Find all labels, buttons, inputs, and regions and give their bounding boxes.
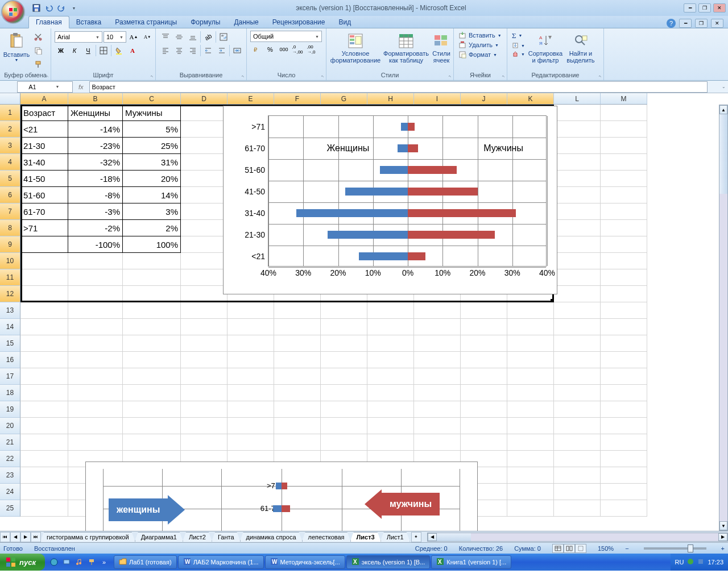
cell-G21[interactable] [321,434,367,451]
cell-H18[interactable] [367,385,414,401]
cell-D20[interactable] [181,418,228,434]
cell-L7[interactable] [554,203,601,220]
cell-F17[interactable] [274,368,321,385]
fill-button[interactable]: ▼ [511,41,526,49]
row-header-10[interactable]: 10 [0,253,20,269]
cell-M5[interactable] [601,171,647,187]
cell-M13[interactable] [601,302,647,319]
row-header-12[interactable]: 12 [0,286,20,302]
cell-C7[interactable]: 3% [123,203,181,220]
col-header-G[interactable]: G [321,93,367,105]
align-right-button[interactable] [187,44,199,57]
cell-C6[interactable]: 14% [123,187,181,203]
align-middle-button[interactable] [173,31,185,43]
row-header-8[interactable]: 8 [0,220,20,236]
cell-B16[interactable] [68,352,123,368]
cell-G14[interactable] [321,319,367,335]
cell-C18[interactable] [123,385,181,401]
cell-E18[interactable] [228,385,274,401]
cell-B6[interactable]: -8% [68,187,123,203]
cell-K16[interactable] [507,352,554,368]
cell-I21[interactable] [414,434,461,451]
cell-B18[interactable] [68,385,123,401]
currency-button[interactable]: ₽ [250,43,263,56]
cell-I16[interactable] [414,352,461,368]
cell-F14[interactable] [274,319,321,335]
cell-A22[interactable] [20,451,68,467]
col-header-C[interactable]: C [123,93,181,105]
cell-G17[interactable] [321,368,367,385]
cell-M3[interactable] [601,138,647,154]
cell-B13[interactable] [68,302,123,319]
cell-I15[interactable] [414,335,461,352]
cell-E13[interactable] [228,302,274,319]
cell-D11[interactable] [181,269,228,286]
cell-L13[interactable] [554,302,601,319]
cell-D2[interactable] [181,121,228,138]
cell-J20[interactable] [461,418,507,434]
cell-L14[interactable] [554,319,601,335]
row-header-7[interactable]: 7 [0,203,20,220]
sheet-nav-last[interactable]: ⏭ [31,532,41,542]
row-header-20[interactable]: 20 [0,418,20,434]
cell-G16[interactable] [321,352,367,368]
sheet-nav-next[interactable]: ▶ [20,532,31,542]
row-header-14[interactable]: 14 [0,319,20,335]
ql-paint-icon[interactable] [86,556,97,568]
cell-J14[interactable] [461,319,507,335]
cell-H21[interactable] [367,434,414,451]
tray-icon-1[interactable] [687,558,694,566]
ribbon-tab-4[interactable]: Данные [227,16,265,28]
row-header-2[interactable]: 2 [0,121,20,138]
cell-styles-button[interactable]: Стили ячеек [431,31,452,65]
view-normal-button[interactable] [552,544,564,553]
cell-M1[interactable] [601,105,647,121]
sort-filter-button[interactable]: АЯ Сортировка и фильтр [528,31,562,65]
language-indicator[interactable]: RU [675,559,684,566]
row-header-4[interactable]: 4 [0,154,20,171]
cell-B15[interactable] [68,335,123,352]
cell-D5[interactable] [181,171,228,187]
cell-A12[interactable] [20,286,68,302]
cell-E21[interactable] [228,434,274,451]
cell-D19[interactable] [181,401,228,418]
cell-C9[interactable]: 100% [123,236,181,253]
vertical-scrollbar[interactable]: ▲▼ [719,105,728,531]
cell-D10[interactable] [181,253,228,269]
save-icon[interactable] [32,3,41,13]
cell-A14[interactable] [20,319,68,335]
cell-A7[interactable]: 61-70 [20,203,68,220]
task-item-2[interactable]: WМетодичка-эксель[... [265,555,345,569]
cell-J13[interactable] [461,302,507,319]
cell-B5[interactable]: -18% [68,171,123,187]
cell-K15[interactable] [507,335,554,352]
col-header-D[interactable]: D [181,93,228,105]
ribbon-tab-2[interactable]: Разметка страницы [108,16,184,28]
cell-A13[interactable] [20,302,68,319]
align-top-button[interactable] [159,31,172,43]
cell-L1[interactable] [554,105,601,121]
delete-cells-button[interactable]: Удалить ▼ [457,40,500,49]
cell-B20[interactable] [68,418,123,434]
name-box[interactable]: A1▼ [17,81,73,93]
zoom-out-button[interactable]: − [625,545,628,552]
ribbon-tab-6[interactable]: Вид [332,16,358,28]
cell-I18[interactable] [414,385,461,401]
indent-decrease-button[interactable] [202,44,214,57]
cell-D9[interactable] [181,236,228,253]
cell-A18[interactable] [20,385,68,401]
row-header-6[interactable]: 6 [0,187,20,203]
cell-B12[interactable] [68,286,123,302]
redo-icon[interactable] [57,3,66,13]
view-layout-button[interactable] [564,544,575,553]
wrap-text-button[interactable]: ab [217,31,230,43]
cell-L10[interactable] [554,253,601,269]
zoom-in-button[interactable]: + [721,545,725,552]
task-item-0[interactable]: Лаб1 (готовая) [114,555,177,569]
cell-D4[interactable] [181,154,228,171]
shrink-font-button[interactable]: A▼ [141,31,154,43]
cell-C11[interactable] [123,269,181,286]
cell-M12[interactable] [601,286,647,302]
cell-C1[interactable]: Мужчины [123,105,181,121]
formula-expand-button[interactable]: ⌄ [719,84,728,89]
